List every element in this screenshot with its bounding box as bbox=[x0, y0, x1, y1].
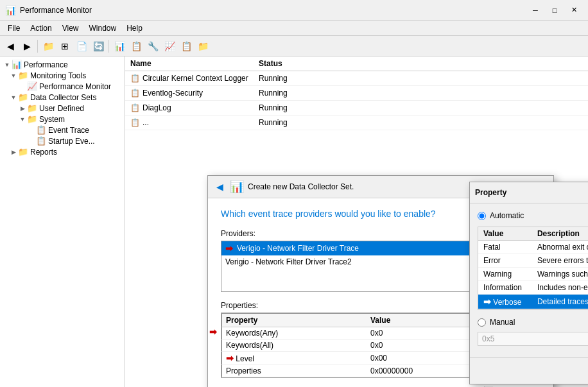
prop-val-row-1[interactable]: Error Severe errors that need logging bbox=[478, 254, 588, 268]
back-button[interactable]: ◀ bbox=[3, 39, 18, 54]
performance-icon: 📊 bbox=[12, 60, 22, 69]
property-dialog-body: Automatic Value Description bbox=[470, 203, 588, 357]
prop-val-row-4[interactable]: ➡ Verbose Detailed traces from intermedi… bbox=[478, 295, 588, 309]
row-icon-2: 📋 bbox=[130, 103, 140, 112]
prop-val-error-desc: Severe errors that need logging bbox=[532, 254, 588, 268]
sidebar-item-system[interactable]: ▼ 📁 System bbox=[0, 114, 125, 125]
provider-arrow-0: ➡ bbox=[225, 243, 233, 254]
menu-help[interactable]: Help bbox=[121, 22, 148, 34]
user-defined-icon: 📁 bbox=[27, 103, 37, 113]
maximize-button[interactable]: □ bbox=[546, 4, 564, 17]
prop-val-verbose-desc: Detailed traces from intermediate steps bbox=[532, 295, 588, 309]
list-button[interactable]: 📋 bbox=[178, 39, 194, 54]
minimize-button[interactable]: ─ bbox=[526, 4, 544, 17]
provider-name-0: Verigio - Network Filter Driver Trace bbox=[237, 244, 359, 253]
table-row[interactable]: 📋 Eventlog-Security Running bbox=[125, 86, 588, 101]
menu-window[interactable]: Window bbox=[84, 22, 122, 34]
row-icon-0: 📋 bbox=[130, 74, 140, 83]
sidebar-item-performance-monitor[interactable]: 📈 Performance Monitor bbox=[0, 81, 125, 92]
wizard-back-button[interactable]: ◀ bbox=[213, 180, 226, 193]
provider-item-0[interactable]: ➡ Verigio - Network Filter Driver Trace bbox=[221, 241, 479, 255]
properties-table-container: Property Value Keywords(Any) 0x0 bbox=[221, 313, 489, 378]
sidebar-item-startup-event[interactable]: 📋 Startup Eve... bbox=[0, 135, 125, 146]
expand-icon-performance: ▼ bbox=[3, 62, 12, 68]
cell-name-2: 📋 DiagLog bbox=[125, 102, 254, 114]
prop-val-error: Error bbox=[478, 254, 532, 268]
cell-status-2: Running bbox=[254, 102, 318, 114]
menu-view[interactable]: View bbox=[57, 22, 84, 34]
table-row[interactable]: 📋 DiagLog Running bbox=[125, 101, 588, 116]
prop-val-info-desc: Includes non-error cases bbox=[532, 281, 588, 295]
sidebar: ▼ 📊 Performance ▼ 📁 Monitoring Tools 📈 P… bbox=[0, 56, 125, 387]
export-button[interactable]: 📋 bbox=[128, 39, 144, 54]
expand-icon-monitoring: ▼ bbox=[9, 73, 18, 79]
event-trace-icon: 📋 bbox=[36, 125, 46, 135]
wizard-title: Create new Data Collector Set. bbox=[248, 182, 354, 191]
sidebar-item-reports[interactable]: ▶ 📁 Reports bbox=[0, 146, 125, 157]
refresh-button[interactable]: 🔄 bbox=[91, 39, 106, 54]
prop-cell-kall-name: Keywords(All) bbox=[222, 340, 367, 352]
prop-row-1[interactable]: Keywords(All) 0x0 bbox=[222, 340, 488, 352]
properties-button[interactable]: ⊞ bbox=[57, 39, 73, 54]
col-header-name: Name bbox=[125, 58, 254, 69]
help-button[interactable]: 📊 bbox=[112, 39, 127, 54]
menu-action[interactable]: Action bbox=[25, 22, 56, 34]
edit-arrow-icon: ➡ bbox=[209, 327, 217, 337]
manual-label: Manual bbox=[490, 318, 515, 327]
content-table-header: Name Status bbox=[125, 56, 588, 71]
close-button[interactable]: ✕ bbox=[565, 4, 583, 17]
prop-val-row-3[interactable]: Information Includes non-error cases bbox=[478, 281, 588, 295]
startup-icon: 📋 bbox=[36, 136, 46, 146]
delete-button[interactable]: 📄 bbox=[74, 39, 89, 54]
prop-val-row-2[interactable]: Warning Warnings such as allocation fail… bbox=[478, 268, 588, 281]
sidebar-item-event-trace[interactable]: 📋 Event Trace bbox=[0, 125, 125, 135]
menu-file[interactable]: File bbox=[3, 22, 25, 34]
property-dialog-footer: OK Cancel bbox=[470, 357, 588, 384]
manual-radio[interactable] bbox=[478, 318, 486, 327]
expand-icon-user-defined: ▶ bbox=[18, 105, 27, 112]
title-bar: 📊 Performance Monitor ─ □ ✕ bbox=[0, 0, 588, 21]
verbose-arrow-icon: ➡ bbox=[483, 297, 491, 307]
prop-row-3[interactable]: Properties 0x00000000 bbox=[222, 365, 488, 377]
cell-status-1: Running bbox=[254, 87, 318, 99]
provider-item-1[interactable]: Verigio - Network Filter Driver Trace2 bbox=[221, 255, 479, 268]
automatic-radio[interactable] bbox=[478, 212, 486, 220]
sidebar-label-performance: Performance bbox=[24, 60, 68, 69]
cell-name-0: 📋 Circular Kernel Context Logger bbox=[125, 73, 254, 84]
properties-table: Property Value Keywords(Any) 0x0 bbox=[221, 313, 488, 377]
prop-row-0[interactable]: Keywords(Any) 0x0 bbox=[222, 327, 488, 340]
sidebar-item-monitoring-tools[interactable]: ▼ 📁 Monitoring Tools bbox=[0, 70, 125, 81]
table-row[interactable]: 📋 ... Running bbox=[125, 116, 588, 130]
prop-val-col-desc: Description bbox=[532, 227, 588, 241]
dcs-folder-icon: 📁 bbox=[18, 92, 28, 102]
sidebar-item-performance[interactable]: ▼ 📊 Performance bbox=[0, 59, 125, 70]
cell-status-0: Running bbox=[254, 73, 318, 84]
new-button[interactable]: 📁 bbox=[40, 39, 56, 54]
prop-val-fatal: Fatal bbox=[478, 241, 532, 254]
content-area: Name Status 📋 Circular Kernel Context Lo… bbox=[125, 56, 588, 387]
forward-button[interactable]: ▶ bbox=[19, 39, 35, 54]
sidebar-label-event-trace: Event Trace bbox=[48, 126, 89, 135]
property-values-table-container: Value Description Fatal Abnormal exit or… bbox=[478, 227, 588, 310]
prop-col-property: Property bbox=[222, 314, 367, 327]
manual-value-input[interactable] bbox=[478, 332, 588, 346]
chart-button[interactable]: 📈 bbox=[162, 39, 177, 54]
settings-button[interactable]: 🔧 bbox=[145, 39, 160, 54]
prop-cell-kany-name: Keywords(Any) bbox=[222, 327, 367, 340]
wizard-icon: 📊 bbox=[230, 180, 244, 194]
table-row[interactable]: 📋 Circular Kernel Context Logger Running bbox=[125, 71, 588, 86]
app-title: Performance Monitor bbox=[20, 6, 526, 15]
expand-icon-reports: ▶ bbox=[9, 149, 18, 155]
toolbar: ◀ ▶ 📁 ⊞ 📄 🔄 📊 📋 🔧 📈 📋 📁 bbox=[0, 36, 588, 56]
sidebar-item-data-collector-sets[interactable]: ▼ 📁 Data Collector Sets bbox=[0, 92, 125, 103]
app-icon: 📊 bbox=[5, 5, 16, 15]
prop-val-row-0[interactable]: Fatal Abnormal exit or termination bbox=[478, 241, 588, 254]
prop-cell-level-name: ➡ Level bbox=[222, 352, 367, 365]
sidebar-item-user-defined[interactable]: ▶ 📁 User Defined bbox=[0, 103, 125, 114]
property-dialog: Property ✕ Automatic Value Descri bbox=[469, 182, 588, 384]
folder-button[interactable]: 📁 bbox=[195, 39, 211, 54]
property-dialog-title: Property bbox=[475, 188, 506, 197]
prop-row-2[interactable]: ➡ Level 0x00 bbox=[222, 352, 488, 365]
cell-name-3: 📋 ... bbox=[125, 117, 254, 128]
automatic-label: Automatic bbox=[490, 211, 524, 220]
